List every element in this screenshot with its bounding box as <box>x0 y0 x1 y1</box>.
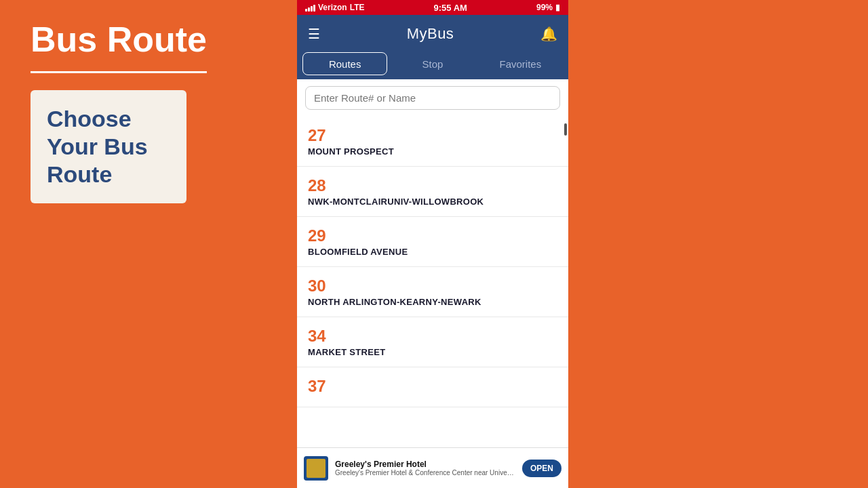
app-header: ☰ MyBus 🔔 <box>297 15 568 52</box>
ad-text: Greeley's Premier Hotel Greeley's Premie… <box>335 460 515 476</box>
time-label: 9:55 AM <box>434 3 467 13</box>
ad-title: Greeley's Premier Hotel <box>335 460 515 469</box>
choose-box: Choose Your Bus Route <box>31 90 186 203</box>
phone-frame: Verizon LTE 9:55 AM 99% ▮ ☰ MyBus 🔔 Rout… <box>297 0 568 488</box>
ad-banner-wrapper: Greeley's Premier Hotel Greeley's Premie… <box>297 447 568 488</box>
signal-bar-4 <box>313 5 315 12</box>
ad-description: Greeley's Premier Hotel & Conference Cen… <box>335 469 515 476</box>
tab-routes[interactable]: Routes <box>302 52 387 75</box>
route-number-30: 30 <box>308 277 557 296</box>
route-item-37[interactable]: 37 <box>297 367 568 407</box>
route-item-28[interactable]: 28 NWK-MONTCLAIRUNIV-WILLOWBROOK <box>297 167 568 217</box>
route-number-28: 28 <box>308 176 557 195</box>
route-number-37: 37 <box>308 377 557 396</box>
ad-logo <box>304 456 328 481</box>
menu-icon[interactable]: ☰ <box>308 26 320 42</box>
network-label: LTE <box>350 3 365 12</box>
route-number-34: 34 <box>308 327 557 346</box>
route-name-27: MOUNT PROSPECT <box>308 146 557 157</box>
search-input[interactable] <box>305 86 560 110</box>
ad-open-button[interactable]: OPEN <box>522 460 561 477</box>
title-divider <box>31 71 207 73</box>
ad-logo-inner <box>307 459 326 478</box>
choose-text: Choose Your Bus Route <box>47 105 170 188</box>
route-name-34: MARKET STREET <box>308 347 557 357</box>
carrier-label: Verizon <box>318 3 347 12</box>
route-item-30[interactable]: 30 NORTH ARLINGTON-KEARNY-NEWARK <box>297 267 568 317</box>
signal-bar-2 <box>308 7 310 12</box>
status-left: Verizon LTE <box>305 3 364 12</box>
route-item-29[interactable]: 29 BLOOMFIELD AVENUE <box>297 217 568 267</box>
search-container <box>297 79 568 117</box>
tab-favorites[interactable]: Favorites <box>478 52 563 75</box>
battery-icon: ▮ <box>555 3 560 12</box>
ad-banner: Greeley's Premier Hotel Greeley's Premie… <box>297 447 568 488</box>
left-panel: Bus Route Choose Your Bus Route <box>0 0 292 488</box>
route-name-28: NWK-MONTCLAIRUNIV-WILLOWBROOK <box>308 197 557 207</box>
status-right: 99% ▮ <box>536 3 560 12</box>
app-title: MyBus <box>407 25 454 43</box>
signal-bars <box>305 3 315 12</box>
bell-icon[interactable]: 🔔 <box>540 26 557 42</box>
route-name-29: BLOOMFIELD AVENUE <box>308 247 557 257</box>
page-title: Bus Route <box>31 20 261 59</box>
route-name-30: NORTH ARLINGTON-KEARNY-NEWARK <box>308 297 557 307</box>
route-item-27[interactable]: 27 MOUNT PROSPECT <box>297 117 568 167</box>
scroll-indicator <box>564 123 567 136</box>
status-bar: Verizon LTE 9:55 AM 99% ▮ <box>297 0 568 15</box>
signal-bar-3 <box>311 6 313 12</box>
battery-percentage: 99% <box>536 3 553 12</box>
route-item-34[interactable]: 34 MARKET STREET <box>297 317 568 367</box>
tabs-bar: Routes Stop Favorites <box>297 52 568 79</box>
signal-bar-1 <box>305 9 307 12</box>
route-list: 27 MOUNT PROSPECT 28 NWK-MONTCLAIRUNIV-W… <box>297 117 568 447</box>
route-number-29: 29 <box>308 226 557 245</box>
tab-stop[interactable]: Stop <box>390 52 475 75</box>
route-number-27: 27 <box>308 126 557 145</box>
